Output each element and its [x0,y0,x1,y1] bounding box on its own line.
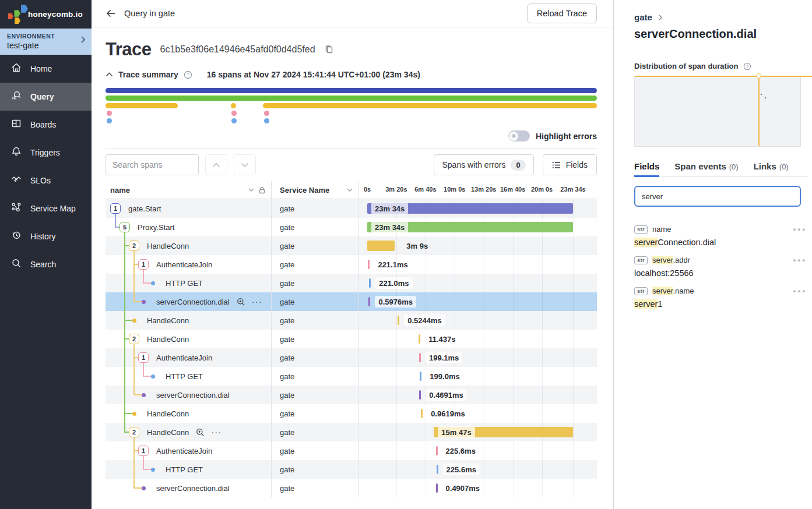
child-count-badge[interactable]: 1 [138,446,149,456]
zoom-in-icon[interactable] [196,428,205,437]
trace-span-row[interactable]: 2HandleConngate3m 9s [106,236,597,255]
topbar-title: Query in gate [124,9,175,18]
breadcrumb-service[interactable]: gate [634,12,652,22]
gridline [484,367,484,386]
sort-chevron-icon[interactable] [347,188,353,192]
gridline [426,274,426,292]
span-duration-cell: 221.1ms [359,255,597,274]
next-match-button[interactable] [234,154,256,175]
tab-span-events[interactable]: Span events(0) [674,161,738,176]
environment-switcher[interactable]: ENVIRONMENT test-gate [0,29,92,55]
span-duration-distribution-chart[interactable] [634,76,801,147]
sidebar: honeycomb.io ENVIRONMENT test-gate HomeQ… [0,0,92,509]
row-menu-icon[interactable]: ··· [252,299,262,305]
sidebar-item-query[interactable]: Query [0,83,92,111]
gridline [573,236,574,255]
duration-track: 225.6ms [367,441,573,460]
sort-chevron-icon[interactable] [248,188,254,192]
search-spans-input[interactable] [106,154,199,175]
trace-span-row[interactable]: 1AuthenticateJoingate199.1ms [106,348,597,367]
child-count-badge[interactable]: 1 [138,352,149,363]
trace-span-row[interactable]: 5Proxy.Startgate23m 34s [106,218,597,236]
gridline [542,367,543,386]
trace-span-row[interactable]: HandleConngate0.9619ms [106,404,597,423]
help-icon[interactable]: ? [743,62,751,70]
child-count-badge[interactable]: 2 [129,334,139,344]
sidebar-item-service-map[interactable]: Service Map [0,195,92,222]
span-service-cell: gate [272,330,359,348]
trace-span-row[interactable]: HTTP GETgate199.0ms [106,367,597,386]
trace-span-row[interactable]: HandleConngate0.5244ms [106,311,597,330]
child-count-badge[interactable]: 5 [119,222,130,232]
name-column-header[interactable]: name [110,186,130,195]
tab-count: (0) [729,162,739,171]
trace-span-row[interactable]: 1AuthenticateJoingate225.6ms [106,441,597,460]
field-value: localhost:25566 [634,268,808,278]
trace-span-row[interactable]: 2HandleConn···gate15m 47s [106,423,597,441]
gridline [484,441,484,460]
honeycomb-logo[interactable]: honeycomb.io [0,0,92,29]
gridline [513,348,514,367]
gridline [573,386,574,404]
trace-minimap[interactable] [106,88,597,123]
field-type-badge: str [634,225,648,234]
sidebar-item-slos[interactable]: SLOs [0,167,92,195]
field-search-input[interactable] [634,186,801,207]
divider [106,149,597,149]
tab-links[interactable]: Links(0) [754,161,789,176]
collapse-chevron-icon[interactable] [106,72,113,77]
sidebar-item-home[interactable]: Home [0,55,92,83]
span-name: HandleConn [147,316,189,325]
lock-icon[interactable] [259,186,265,194]
spans-with-errors-button[interactable]: Spans with errors 0 [434,154,533,175]
fields-list-icon [552,161,561,169]
reload-trace-button[interactable]: Reload Trace [527,3,597,23]
duration-label: 221.0ms [375,277,412,289]
gridline [542,479,543,497]
tab-fields[interactable]: Fields [634,161,659,176]
service-name-column-header[interactable]: Service Name [280,186,329,195]
row-menu-icon[interactable]: ··· [211,429,222,435]
child-count-badge[interactable]: 1 [110,203,121,214]
sidebar-item-boards[interactable]: Boards [0,111,92,139]
highlight-errors-toggle[interactable]: ✕ [508,130,530,142]
child-count-badge[interactable]: 1 [138,259,149,270]
field-menu-icon[interactable]: ●●● [793,227,807,232]
trace-span-row[interactable]: serverConnection.dial···gate0.5976ms [106,292,597,311]
sidebar-item-search[interactable]: Search [0,250,92,278]
sidebar-item-triggers[interactable]: Triggers [0,139,92,167]
copy-icon[interactable] [324,44,333,56]
help-icon[interactable]: ? [184,70,192,79]
zoom-in-icon[interactable] [237,298,245,306]
sidebar-item-history[interactable]: History [0,222,92,250]
duration-tick [368,297,370,306]
duration-tick [420,372,421,381]
back-arrow-icon[interactable] [106,8,116,19]
topbar: Query in gate Reload Trace [92,0,613,27]
field-key-row: strserver.addr●●● [634,256,808,264]
time-axis: 0s3m 20s6m 40s10m 0s13m 20s16m 40s20m 0s… [367,181,573,199]
trace-span-row[interactable]: 1AuthenticateJoingate221.1ms [106,255,597,274]
spans-with-errors-label: Spans with errors [442,160,505,169]
trace-span-row[interactable]: HTTP GETgate225.6ms [106,460,597,479]
tab-count: (0) [779,162,789,171]
fields-button[interactable]: Fields [543,154,597,175]
gridline [513,311,514,330]
child-count-badge[interactable]: 2 [129,241,139,251]
gridline [513,441,514,460]
span-name: HandleConn [147,242,189,250]
trace-span-row[interactable]: serverConnection.dialgate0.4907ms [106,479,597,497]
field-menu-icon[interactable]: ●●● [793,257,807,263]
prev-match-button[interactable] [205,154,227,175]
sidebar-item-label: History [30,232,56,241]
span-service-cell: gate [272,441,359,460]
child-count-badge[interactable]: 2 [129,427,139,437]
trace-span-row[interactable]: serverConnection.dialgate0.4691ms [106,386,597,404]
duration-bar [367,241,395,251]
tab-label: Span events [674,161,726,171]
trace-span-row[interactable]: 1gate.Startgate23m 34s [106,199,597,218]
axis-tick-label: 23m 34s [560,186,585,193]
trace-span-row[interactable]: 2HandleConngate11.437s [106,330,597,348]
field-menu-icon[interactable]: ●●● [793,288,807,294]
trace-span-row[interactable]: HTTP GETgate221.0ms [106,274,597,292]
